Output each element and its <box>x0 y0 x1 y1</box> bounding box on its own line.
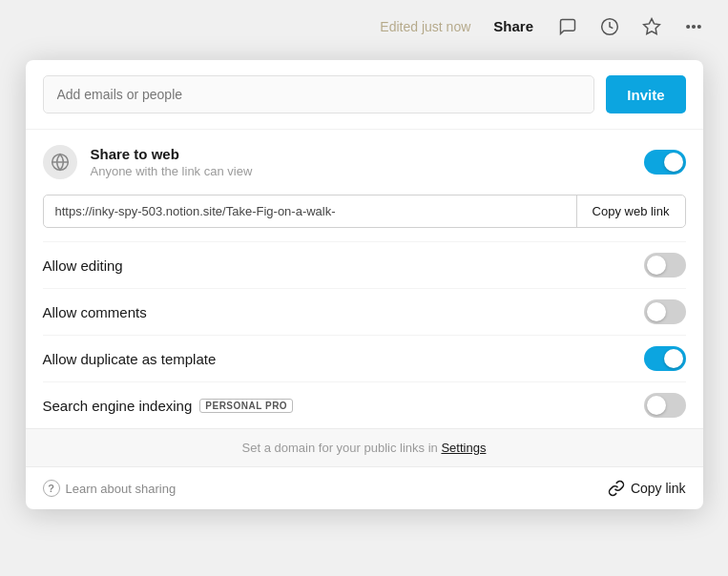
help-label: Learn about sharing <box>66 482 177 496</box>
share-web-toggle[interactable] <box>644 150 686 175</box>
email-input[interactable] <box>43 75 595 113</box>
history-icon[interactable] <box>594 11 625 42</box>
options-section: Allow editing Allow comments Allow dupli… <box>26 241 703 428</box>
allow-duplicate-row: Allow duplicate as template <box>43 335 686 381</box>
share-button[interactable]: Share <box>486 14 541 38</box>
comment-icon[interactable] <box>552 11 583 42</box>
footer-domain-prefix: Set a domain for your public links in <box>242 441 442 455</box>
allow-comments-label: Allow comments <box>43 304 644 320</box>
favorite-icon[interactable] <box>636 11 667 42</box>
top-bar: Edited just now Share <box>0 0 728 52</box>
allow-duplicate-toggle[interactable] <box>644 346 686 371</box>
toggle-knob <box>664 153 683 172</box>
copy-link-label: Copy link <box>631 481 686 496</box>
link-row: https://inky-spy-503.notion.site/Take-Fi… <box>43 195 686 228</box>
share-web-text: Share to web Anyone with the link can vi… <box>91 146 631 178</box>
more-icon[interactable] <box>678 11 709 42</box>
invite-row: Invite <box>26 60 703 130</box>
link-url: https://inky-spy-503.notion.site/Take-Fi… <box>44 195 577 227</box>
settings-link[interactable]: Settings <box>441 441 486 455</box>
help-link[interactable]: ? Learn about sharing <box>43 480 177 497</box>
toggle-knob <box>664 349 683 368</box>
edited-status: Edited just now <box>380 19 470 34</box>
copy-link-footer-button[interactable]: Copy link <box>608 480 686 497</box>
toggle-knob <box>647 302 666 321</box>
share-to-web-row: Share to web Anyone with the link can vi… <box>26 130 703 195</box>
link-icon <box>608 480 625 497</box>
allow-duplicate-label: Allow duplicate as template <box>43 351 644 367</box>
svg-point-4 <box>698 25 701 28</box>
share-web-subtitle: Anyone with the link can view <box>91 164 631 178</box>
allow-comments-row: Allow comments <box>43 288 686 335</box>
allow-comments-toggle[interactable] <box>644 299 686 324</box>
toggle-knob <box>647 396 666 415</box>
share-modal: Invite Share to web Anyone with the link… <box>26 60 703 509</box>
allow-editing-label: Allow editing <box>43 257 644 274</box>
copy-web-link-button[interactable]: Copy web link <box>577 195 685 227</box>
share-web-title: Share to web <box>91 146 631 162</box>
search-engine-label: Search engine indexing PERSONAL PRO <box>43 398 644 414</box>
search-engine-toggle[interactable] <box>644 393 686 418</box>
help-icon: ? <box>43 480 60 497</box>
toggle-knob <box>647 256 666 275</box>
footer-domain: Set a domain for your public links in Se… <box>26 428 703 466</box>
allow-editing-toggle[interactable] <box>644 253 686 278</box>
allow-editing-row: Allow editing <box>43 241 686 288</box>
search-engine-row: Search engine indexing PERSONAL PRO <box>43 381 686 428</box>
svg-point-3 <box>693 25 696 28</box>
svg-marker-1 <box>644 18 660 33</box>
personal-pro-badge: PERSONAL PRO <box>199 399 293 413</box>
footer-bottom: ? Learn about sharing Copy link <box>26 466 703 509</box>
invite-button[interactable]: Invite <box>606 75 685 113</box>
svg-point-2 <box>687 25 690 28</box>
globe-icon <box>43 145 77 179</box>
